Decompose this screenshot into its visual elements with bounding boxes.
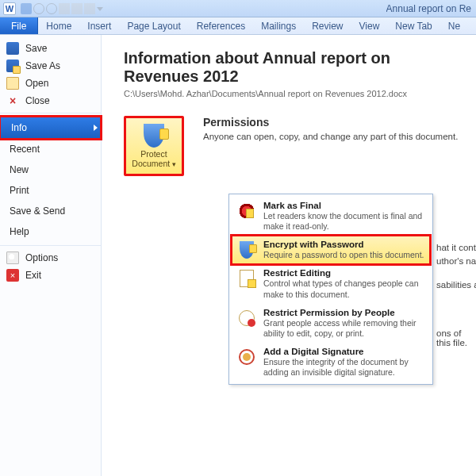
page-title: Information about Annual report on Reven… — [124, 49, 460, 86]
sidebar-label: Open — [25, 78, 48, 89]
sidebar-options[interactable]: Options — [0, 249, 101, 267]
document-path: C:\Users\Mohd. Azhar\Documents\Annual re… — [124, 89, 460, 98]
versions-fragment: ons of this file. — [436, 328, 476, 347]
protect-document-menu: Mark as FinalLet readers know the docume… — [228, 194, 433, 385]
sidebar-label: Close — [25, 95, 50, 106]
word-app-icon: W — [3, 2, 16, 15]
divider — [0, 113, 101, 113]
menu-add-digital-signature[interactable]: Add a Digital SignatureEnsure the integr… — [232, 343, 430, 382]
tab-new-tab[interactable]: New Tab — [387, 17, 440, 34]
sidebar-label: Info — [11, 122, 27, 133]
mark-final-icon — [238, 202, 255, 220]
menu-title: Restrict Editing — [263, 268, 425, 278]
sidebar-label: Save As — [25, 60, 60, 71]
menu-desc: Let readers know the document is final a… — [263, 211, 425, 232]
qat-undo-icon[interactable] — [33, 3, 44, 14]
sidebar-print[interactable]: Print — [0, 180, 101, 201]
text-fragment: hat it contains: — [436, 241, 476, 255]
tab-references[interactable]: References — [189, 17, 253, 34]
signature-icon — [239, 349, 255, 365]
sidebar-new[interactable]: New — [0, 159, 101, 180]
backstage-sidebar: Save Save As Open ×Close Info Recent New… — [0, 35, 102, 476]
qat-generic-icon[interactable] — [59, 3, 70, 14]
menu-desc: Grant people access while removing their… — [263, 318, 425, 339]
sidebar-label: New — [10, 164, 29, 175]
tab-view[interactable]: View — [351, 17, 388, 34]
save-icon — [6, 42, 19, 55]
backstage-main: Information about Annual report on Reven… — [102, 35, 476, 476]
sidebar-label: Recent — [10, 144, 40, 155]
menu-title: Add a Digital Signature — [263, 347, 425, 356]
sidebar-save-as[interactable]: Save As — [0, 57, 101, 75]
tab-new-group[interactable]: Ne — [440, 17, 468, 34]
close-icon: × — [6, 94, 19, 107]
prepare-for-sharing-fragment: hat it contains: uthor's name sabilities… — [436, 241, 476, 292]
permissions-desc: Anyone can open, copy, and change any pa… — [203, 132, 458, 141]
ribbon-tabs: File Home Insert Page Layout References … — [0, 17, 476, 35]
sidebar-save-send[interactable]: Save & Send — [0, 201, 101, 221]
backstage: Save Save As Open ×Close Info Recent New… — [0, 35, 476, 476]
permissions-row: Protect Document Permissions Anyone can … — [124, 116, 460, 176]
menu-encrypt-with-password[interactable]: Encrypt with PasswordRequire a password … — [232, 236, 430, 264]
qat-generic-icon[interactable] — [84, 3, 95, 14]
menu-title: Encrypt with Password — [263, 240, 424, 249]
tab-home[interactable]: Home — [38, 17, 79, 34]
qat-redo-icon[interactable] — [46, 3, 57, 14]
options-icon — [6, 251, 19, 264]
sidebar-recent[interactable]: Recent — [0, 139, 101, 159]
open-icon — [6, 77, 19, 90]
quick-access-toolbar: W Annual report on Re — [0, 0, 476, 17]
sidebar-save[interactable]: Save — [0, 40, 101, 57]
menu-title: Restrict Permission by People — [263, 308, 425, 317]
qat-dropdown-icon[interactable] — [97, 7, 103, 11]
protect-document-button[interactable]: Protect Document — [124, 116, 184, 176]
qat-save-icon[interactable] — [21, 3, 32, 14]
save-as-icon — [6, 60, 19, 72]
text-fragment: sabilities are unable to read — [436, 278, 476, 292]
sidebar-close[interactable]: ×Close — [0, 92, 101, 109]
menu-desc: Ensure the integrity of the document by … — [263, 357, 425, 378]
menu-desc: Control what types of changes people can… — [263, 278, 425, 299]
sidebar-label: Help — [10, 226, 29, 237]
people-restrict-icon — [239, 310, 255, 326]
qat-icons — [21, 3, 103, 14]
divider — [0, 245, 101, 246]
exit-icon: × — [6, 269, 19, 282]
restrict-editing-icon — [240, 270, 254, 287]
sidebar-label: Options — [25, 252, 58, 263]
menu-mark-as-final[interactable]: Mark as FinalLet readers know the docume… — [232, 197, 430, 236]
tab-mailings[interactable]: Mailings — [253, 17, 304, 34]
shield-icon — [144, 124, 164, 148]
text-fragment: uthor's name — [436, 255, 476, 268]
tab-insert[interactable]: Insert — [79, 17, 119, 34]
menu-restrict-permission-by-people[interactable]: Restrict Permission by PeopleGrant peopl… — [232, 304, 430, 343]
qat-generic-icon[interactable] — [71, 3, 83, 14]
protect-label: Protect Document — [126, 149, 182, 168]
permissions-heading: Permissions — [203, 116, 458, 129]
permissions-text: Permissions Anyone can open, copy, and c… — [203, 116, 458, 141]
sidebar-exit[interactable]: ×Exit — [0, 267, 101, 284]
menu-desc: Require a password to open this document… — [263, 250, 424, 260]
sidebar-info[interactable]: Info — [0, 117, 101, 139]
window-title: Annual report on Re — [386, 3, 471, 14]
shield-lock-icon — [240, 241, 254, 259]
sidebar-open[interactable]: Open — [0, 75, 101, 92]
tab-file[interactable]: File — [0, 17, 38, 34]
tab-page-layout[interactable]: Page Layout — [119, 17, 188, 34]
sidebar-label: Save — [25, 43, 47, 54]
menu-restrict-editing[interactable]: Restrict EditingControl what types of ch… — [232, 264, 430, 303]
sidebar-label: Save & Send — [10, 205, 65, 217]
sidebar-label: Exit — [25, 270, 41, 281]
sidebar-help[interactable]: Help — [0, 221, 101, 242]
sidebar-label: Print — [10, 185, 29, 196]
tab-review[interactable]: Review — [304, 17, 351, 34]
menu-title: Mark as Final — [263, 201, 425, 210]
